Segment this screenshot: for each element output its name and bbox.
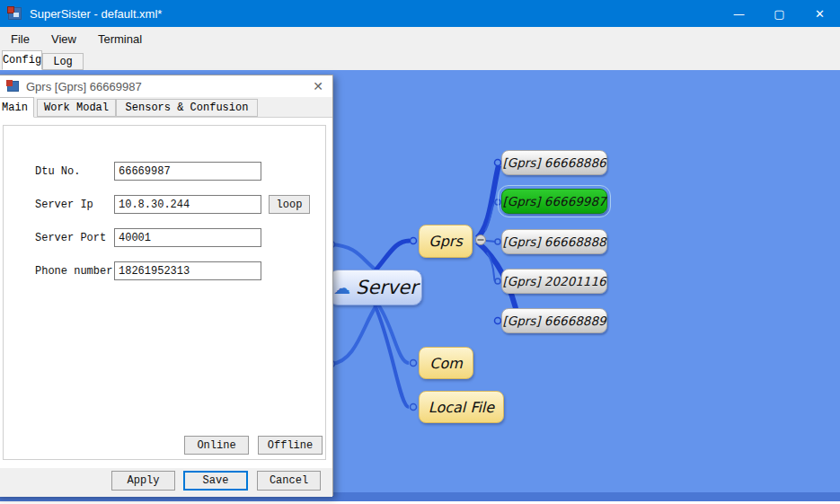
window-controls: — ▢ ✕ — [719, 0, 840, 27]
cloud-icon: ☁ — [333, 278, 350, 297]
minimize-icon[interactable]: — — [719, 0, 759, 27]
app-window: SuperSister - default.xml* — ▢ ✕ File Vi… — [0, 0, 840, 504]
dialog-tab-work-modal[interactable]: Work Modal — [37, 99, 116, 117]
tab-config[interactable]: Config — [2, 50, 42, 70]
gprs-properties-dialog: Gprs [Gprs] 66669987 ✕ Main Work Modal S… — [0, 75, 333, 496]
form-icon — [7, 81, 19, 92]
dialog-tab-page: Dtu No. Server Ip loop Server Port Phone… — [0, 118, 332, 468]
phone-number-label: Phone number — [35, 265, 112, 278]
node-server-label: Server — [356, 277, 418, 298]
tab-log[interactable]: Log — [42, 53, 84, 70]
node-label: [Gprs] 66668888 — [502, 234, 606, 249]
dialog-tab-main[interactable]: Main — [0, 97, 34, 118]
node-gprs-66668889[interactable]: [Gprs] 66668889 — [501, 308, 607, 333]
node-gprs-66669987[interactable]: [Gprs] 66669987 — [501, 189, 607, 214]
dialog-title-bar[interactable]: Gprs [Gprs] 66669987 ✕ — [0, 75, 332, 97]
phone-number-input[interactable] — [114, 261, 261, 280]
menu-file[interactable]: File — [0, 27, 40, 50]
online-button[interactable]: Online — [184, 436, 249, 455]
node-gprs-66668886[interactable]: [Gprs] 66668886 — [501, 150, 607, 175]
node-com[interactable]: Com — [419, 347, 473, 379]
dialog-title: Gprs [Gprs] 66669987 — [26, 80, 142, 93]
dialog-close-icon[interactable]: ✕ — [313, 79, 323, 93]
node-gprs-20201116[interactable]: [Gprs] 20201116 — [501, 269, 607, 294]
dialog-tab-sensors-confusion[interactable]: Sensors & Confusion — [116, 99, 258, 117]
server-port-label: Server Port — [35, 232, 106, 244]
dialog-button-bar: Apply Save Cancel — [0, 468, 332, 497]
node-gprs-label: Gprs — [429, 233, 462, 250]
node-gprs-66668888[interactable]: [Gprs] 66668888 — [501, 229, 607, 254]
title-bar: SuperSister - default.xml* — ▢ ✕ — [0, 0, 840, 27]
node-local-file-label: Local File — [429, 399, 494, 416]
node-server[interactable]: ☁ Server — [329, 270, 422, 305]
node-gprs[interactable]: Gprs — [419, 225, 473, 258]
window-title: SuperSister - default.xml* — [30, 7, 162, 21]
menu-bar: File View Terminal — [0, 27, 840, 50]
node-com-label: Com — [429, 355, 463, 372]
save-button[interactable]: Save — [183, 471, 248, 491]
offline-button[interactable]: Offline — [258, 436, 323, 455]
server-port-input[interactable] — [114, 228, 261, 247]
menu-view[interactable]: View — [40, 27, 87, 50]
node-label: [Gprs] 66668886 — [502, 155, 606, 170]
app-icon — [8, 7, 22, 20]
node-label: [Gprs] 66668889 — [502, 314, 606, 328]
cancel-button[interactable]: Cancel — [257, 471, 321, 491]
node-label: [Gprs] 20201116 — [502, 274, 606, 288]
main-tab-strip: Config Log — [0, 50, 840, 70]
dtu-no-input[interactable] — [114, 162, 261, 181]
loop-button[interactable]: loop — [269, 195, 310, 214]
server-ip-input[interactable] — [114, 195, 261, 214]
dtu-no-label: Dtu No. — [35, 165, 80, 178]
apply-button[interactable]: Apply — [111, 471, 175, 491]
node-label: [Gprs] 66669987 — [502, 194, 606, 208]
menu-terminal[interactable]: Terminal — [87, 27, 153, 50]
settings-group-panel: Dtu No. Server Ip loop Server Port Phone… — [3, 125, 326, 460]
node-local-file[interactable]: Local File — [419, 391, 504, 423]
server-ip-label: Server Ip — [35, 199, 93, 211]
dialog-tab-strip: Main Work Modal Sensors & Confusion — [0, 97, 332, 118]
close-icon[interactable]: ✕ — [800, 0, 840, 27]
maximize-icon[interactable]: ▢ — [759, 0, 800, 27]
